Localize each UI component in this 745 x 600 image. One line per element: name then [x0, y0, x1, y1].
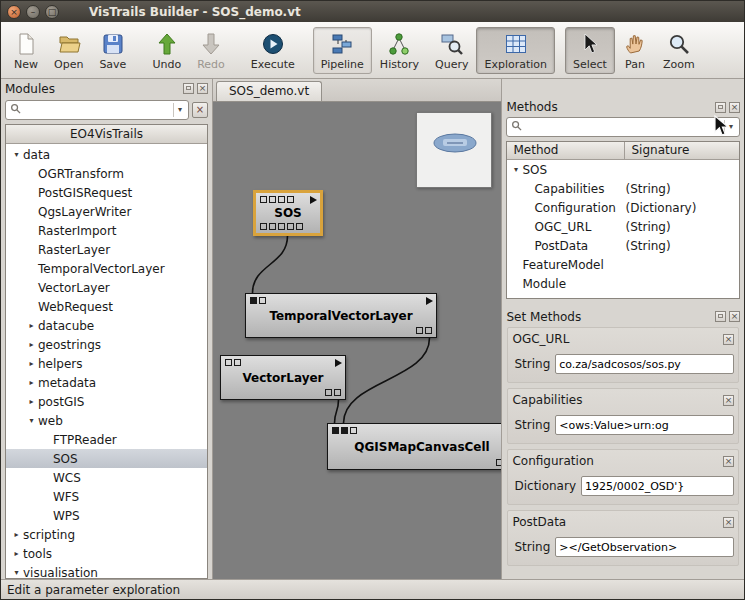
methods-column-signature[interactable]: Signature [625, 142, 739, 159]
titlebar[interactable]: × – □ VisTrails Builder - SOS_demo.vt [1, 1, 744, 22]
tree-down-arrow-icon[interactable]: ▾ [10, 568, 23, 577]
zoom-button[interactable]: Zoom [655, 27, 703, 74]
method-row-PostData[interactable]: PostData(String) [507, 236, 739, 255]
tree-right-arrow-icon[interactable]: ▸ [25, 321, 38, 330]
module-menu-arrow-icon[interactable] [335, 359, 342, 367]
method-row-SOS[interactable]: ▾SOS [507, 160, 739, 179]
param-value-input[interactable] [581, 476, 734, 496]
history-button[interactable]: History [372, 27, 427, 74]
modules-search-box[interactable]: ▾ [5, 100, 189, 120]
tree-item-RasterLayer[interactable]: RasterLayer [6, 240, 207, 259]
tree-down-arrow-icon[interactable]: ▾ [25, 416, 38, 425]
remove-method-icon[interactable]: × [723, 456, 734, 467]
output-port[interactable] [296, 223, 303, 230]
tree-item-datacube[interactable]: ▸datacube [6, 316, 207, 335]
module-QGISMapCanvasCell[interactable]: QGISMapCanvasCell [327, 423, 501, 470]
output-port[interactable] [269, 223, 276, 230]
input-port[interactable] [234, 359, 241, 366]
method-row-Capabilities[interactable]: Capabilities(String) [507, 179, 739, 198]
connection-TemporalVectorLayer-to-QGISMapCanvasCell[interactable] [344, 338, 430, 423]
tree-item-SOS[interactable]: SOS [6, 449, 207, 468]
methods-panel-float-icon[interactable] [715, 102, 726, 113]
pan-button[interactable]: Pan [615, 27, 655, 74]
tree-item-scripting[interactable]: ▸scripting [6, 525, 207, 544]
module-menu-arrow-icon[interactable] [310, 196, 317, 204]
method-row-FeatureModel[interactable]: FeatureModel [507, 255, 739, 274]
modules-search-dropdown-icon[interactable]: ▾ [173, 103, 186, 117]
save-button[interactable]: Save [91, 27, 134, 74]
pipeline-canvas[interactable]: SOSTemporalVectorLayerVectorLayerQGISMap… [213, 102, 501, 579]
tree-item-WPS[interactable]: WPS [6, 506, 207, 525]
tree-item-FTPReader[interactable]: FTPReader [6, 430, 207, 449]
select-button[interactable]: Select [565, 27, 615, 74]
tree-down-arrow-icon[interactable]: ▾ [10, 150, 23, 159]
tree-item-VectorLayer[interactable]: VectorLayer [6, 278, 207, 297]
input-port[interactable] [250, 297, 257, 304]
tree-item-OGRTransform[interactable]: OGRTransform [6, 164, 207, 183]
tree-item-postGIS[interactable]: ▸postGIS [6, 392, 207, 411]
modules-search-clear-button[interactable]: × [192, 102, 208, 118]
methods-column-method[interactable]: Method [507, 142, 625, 159]
tree-item-PostGISRequest[interactable]: PostGISRequest [6, 183, 207, 202]
input-port[interactable] [278, 196, 285, 203]
module-TemporalVectorLayer[interactable]: TemporalVectorLayer [245, 293, 437, 338]
methods-search-input[interactable] [522, 121, 724, 134]
set-methods-panel-close-icon[interactable]: × [729, 311, 740, 322]
tree-item-QgsLayerWriter[interactable]: QgsLayerWriter [6, 202, 207, 221]
method-row-OGC_URL[interactable]: OGC_URL(String) [507, 217, 739, 236]
connection-VectorLayer-to-QGISMapCanvasCell[interactable] [335, 400, 339, 423]
methods-search-box[interactable]: ▾ [506, 117, 740, 137]
input-port[interactable] [341, 427, 348, 434]
connection-SOS-to-TemporalVectorLayer[interactable] [253, 236, 288, 293]
output-port[interactable] [334, 389, 341, 396]
output-port[interactable] [278, 223, 285, 230]
input-port[interactable] [332, 427, 339, 434]
redo-button[interactable]: Redo [189, 27, 233, 74]
window-minimize-button[interactable]: – [26, 5, 40, 19]
output-port[interactable] [325, 389, 332, 396]
remove-method-icon[interactable]: × [723, 334, 734, 345]
tree-right-arrow-icon[interactable]: ▸ [10, 530, 23, 539]
remove-method-icon[interactable]: × [723, 395, 734, 406]
tree-item-WFS[interactable]: WFS [6, 487, 207, 506]
tree-right-arrow-icon[interactable]: ▸ [10, 549, 23, 558]
tree-item-TemporalVectorLayer[interactable]: TemporalVectorLayer [6, 259, 207, 278]
tree-item-visualisation[interactable]: ▾visualisation [6, 563, 207, 578]
input-port[interactable] [225, 359, 232, 366]
modules-panel-float-icon[interactable] [183, 83, 194, 94]
tree-down-arrow-icon[interactable]: ▾ [509, 165, 522, 174]
window-maximize-button[interactable]: □ [45, 5, 59, 19]
pipeline-navigator[interactable] [416, 112, 492, 188]
input-port[interactable] [260, 196, 267, 203]
input-port[interactable] [350, 427, 357, 434]
input-port[interactable] [287, 196, 294, 203]
output-port[interactable] [416, 327, 423, 334]
tree-item-metadata[interactable]: ▸metadata [6, 373, 207, 392]
tree-right-arrow-icon[interactable]: ▸ [25, 397, 38, 406]
tree-item-tools[interactable]: ▸tools [6, 544, 207, 563]
tree-item-geostrings[interactable]: ▸geostrings [6, 335, 207, 354]
modules-panel-close-icon[interactable]: × [197, 83, 208, 94]
method-row-Module[interactable]: Module [507, 274, 739, 293]
set-methods-panel-float-icon[interactable] [715, 311, 726, 322]
tree-item-web[interactable]: ▾web [6, 411, 207, 430]
remove-method-icon[interactable]: × [723, 517, 734, 528]
input-port[interactable] [269, 196, 276, 203]
tree-item-WebRequest[interactable]: WebRequest [6, 297, 207, 316]
output-port[interactable] [425, 327, 432, 334]
param-value-input[interactable] [555, 354, 734, 374]
output-port[interactable] [287, 223, 294, 230]
tree-item-data[interactable]: ▾data [6, 145, 207, 164]
modules-search-input[interactable] [21, 104, 173, 117]
query-button[interactable]: Query [427, 27, 476, 74]
param-value-input[interactable] [555, 415, 734, 435]
input-port[interactable] [259, 297, 266, 304]
undo-button[interactable]: Undo [144, 27, 189, 74]
method-row-Configuration[interactable]: Configuration(Dictionary) [507, 198, 739, 217]
tree-right-arrow-icon[interactable]: ▸ [25, 340, 38, 349]
tree-item-helpers[interactable]: ▸helpers [6, 354, 207, 373]
module-VectorLayer[interactable]: VectorLayer [220, 355, 346, 400]
tree-right-arrow-icon[interactable]: ▸ [25, 359, 38, 368]
exploration-button[interactable]: Exploration [476, 27, 555, 74]
window-close-button[interactable]: × [7, 5, 21, 19]
